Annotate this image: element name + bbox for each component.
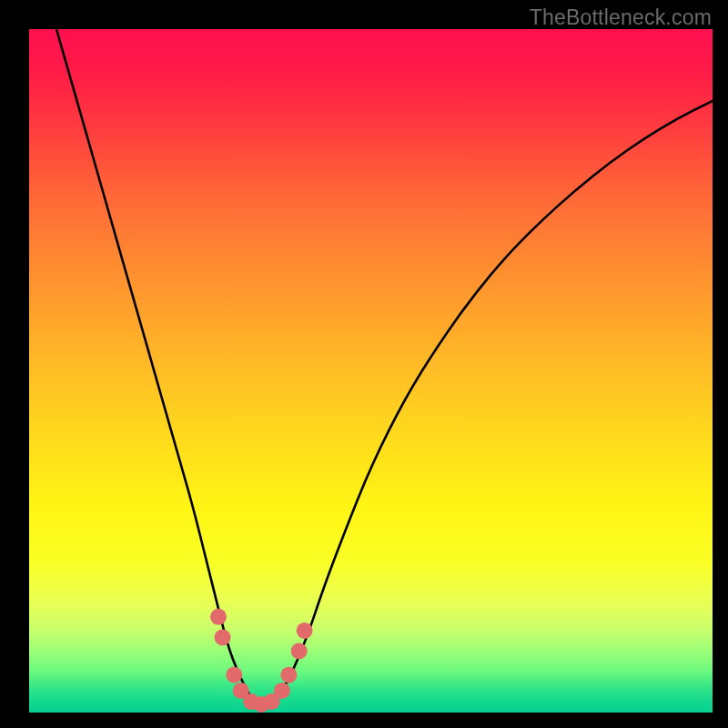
chart-frame: TheBottleneck.com xyxy=(0,0,728,728)
marker-point xyxy=(215,629,231,645)
series-curve xyxy=(56,29,713,705)
curve-layer xyxy=(56,29,713,705)
watermark-text: TheBottleneck.com xyxy=(530,5,712,30)
marker-point xyxy=(291,642,308,659)
marker-point xyxy=(280,667,297,683)
marker-point xyxy=(226,667,242,683)
marker-point xyxy=(297,622,313,639)
marker-point xyxy=(274,682,290,699)
plot-area xyxy=(29,29,713,713)
chart-svg xyxy=(29,29,713,713)
marker-point xyxy=(210,609,227,625)
